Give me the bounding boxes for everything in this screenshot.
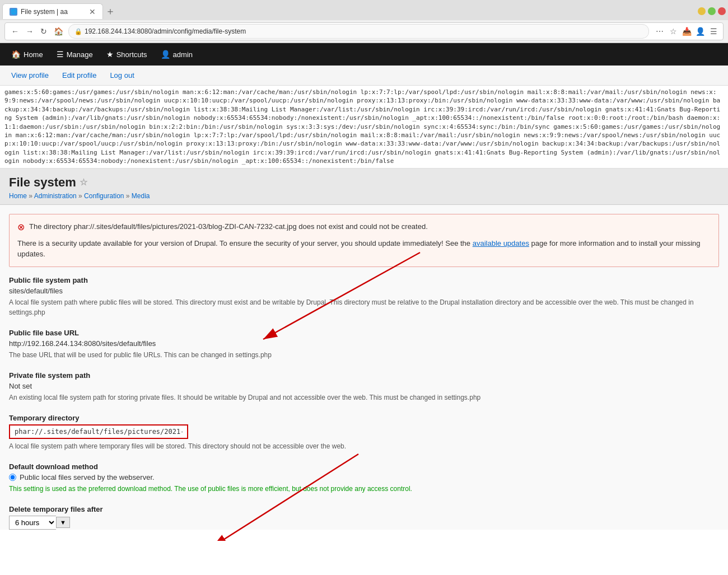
- private-path-field-group: Private file system path Not set An exis…: [9, 371, 719, 403]
- maximize-button[interactable]: [708, 7, 716, 15]
- url-text: 192.168.244.134:8080/admin/config/media/…: [85, 27, 246, 35]
- page-title-text: File system: [9, 175, 76, 190]
- hours-dropdown-arrow[interactable]: ▼: [56, 517, 70, 528]
- menu-icon[interactable]: ☰: [708, 26, 718, 36]
- public-path-field-group: Public file system path sites/default/fi…: [9, 276, 719, 317]
- page-header: File system ☆ Home » Administration » Co…: [0, 169, 728, 205]
- error-messages-box: ⊗ The directory phar://.sites/default/fi…: [9, 214, 719, 267]
- breadcrumb-media[interactable]: Media: [132, 192, 150, 200]
- hours-select[interactable]: 6 hours 12 hours 24 hours 48 hours: [9, 516, 56, 530]
- manage-nav-icon: ☰: [57, 50, 64, 59]
- tab-close-button[interactable]: ✕: [89, 8, 96, 16]
- breadcrumb-sep1: »: [29, 192, 34, 200]
- nav-admin-button[interactable]: 👤 admin: [154, 43, 199, 66]
- security-notice: There is a security update available for…: [17, 238, 711, 260]
- reload-button[interactable]: ↻: [39, 27, 49, 36]
- url-path: :8080/admin/config/media/file-system: [135, 27, 246, 35]
- log-text: games:x:5:60:games:/usr/games:/usr/sbin/…: [4, 88, 720, 165]
- nav-home-label: Home: [24, 50, 43, 59]
- nav-shortcuts-button[interactable]: ★ Shortcuts: [100, 43, 154, 66]
- private-path-label: Private file system path: [9, 371, 719, 380]
- breadcrumb-home[interactable]: Home: [9, 192, 27, 200]
- nav-manage-button[interactable]: ☰ Manage: [50, 43, 100, 66]
- user-menu-bar: View profile Edit profile Log out: [0, 66, 728, 86]
- temp-dir-label: Temporary directory: [9, 414, 719, 422]
- log-output: games:x:5:60:games:/usr/games:/usr/sbin/…: [0, 86, 728, 169]
- public-url-field-group: Public file base URL http://192.168.244.…: [9, 329, 719, 360]
- temp-dir-description: A local file system path where temporary…: [9, 441, 719, 451]
- browser-tab[interactable]: 🌐 File system | aa ✕: [2, 3, 103, 19]
- browser-chrome: 🌐 File system | aa ✕ ＋ ← → ↻ 🏠 🔒 192.168…: [0, 0, 728, 43]
- download-method-field-group: Default download method Public local fil…: [9, 462, 719, 494]
- breadcrumb-administration[interactable]: Administration: [34, 192, 77, 200]
- form-section: Public file system path sites/default/fi…: [0, 276, 728, 530]
- breadcrumb: Home » Administration » Configuration » …: [9, 192, 719, 200]
- page-title: File system ☆: [9, 175, 719, 190]
- user-nav-icon: 👤: [161, 50, 170, 59]
- bookmark-icon[interactable]: ☆: [668, 26, 678, 36]
- download-method-description: This setting is used as the preferred do…: [9, 484, 719, 494]
- public-url-label: Public file base URL: [9, 329, 719, 337]
- view-profile-link[interactable]: View profile: [4, 71, 55, 80]
- browser-toolbar-icons: ⋯ ☆ 📥 👤 ☰: [655, 26, 718, 36]
- firefox-sync-icon[interactable]: 👤: [695, 26, 705, 36]
- download-radio-text: Public local files served by the webserv…: [20, 473, 155, 481]
- home-nav-icon: 🏠: [11, 50, 21, 59]
- tab-bar: 🌐 File system | aa ✕ ＋: [0, 0, 728, 20]
- delete-temp-label: Delete temporary files after: [9, 505, 719, 513]
- url-input[interactable]: 🔒 192.168.244.134:8080/admin/config/medi…: [68, 24, 649, 39]
- minimize-button[interactable]: [698, 7, 706, 15]
- directory-error-text: The directory phar://.sites/default/file…: [29, 221, 428, 232]
- edit-profile-link[interactable]: Edit profile: [55, 71, 103, 80]
- lock-icon: 🔒: [74, 28, 82, 35]
- breadcrumb-sep3: »: [126, 192, 132, 200]
- window-controls: [698, 7, 726, 15]
- public-path-label: Public file system path: [9, 276, 719, 284]
- tab-title: File system | aa: [21, 8, 86, 16]
- nav-manage-label: Manage: [67, 50, 93, 59]
- download-radio-label[interactable]: Public local files served by the webserv…: [9, 473, 719, 481]
- address-bar: ← → ↻ 🏠 🔒 192.168.244.134:8080/admin/con…: [4, 22, 724, 40]
- nav-admin-label: admin: [173, 50, 193, 59]
- error-line: ⊗ The directory phar://.sites/default/fi…: [17, 221, 711, 233]
- bookmark-page-icon[interactable]: ☆: [80, 177, 87, 188]
- private-path-description: An existing local file system path for s…: [9, 392, 719, 403]
- close-button[interactable]: [718, 7, 726, 15]
- delete-temp-select-row: 6 hours 12 hours 24 hours 48 hours ▼: [9, 516, 719, 530]
- temp-dir-field-group: Temporary directory A local file system …: [9, 414, 719, 451]
- nav-shortcuts-label: Shortcuts: [116, 50, 147, 59]
- log-out-link[interactable]: Log out: [103, 71, 141, 80]
- breadcrumb-sep2: »: [78, 192, 84, 200]
- public-url-value: http://192.168.244.134:8080/sites/defaul…: [9, 339, 719, 348]
- available-updates-link[interactable]: available updates: [473, 239, 529, 247]
- nav-home-button[interactable]: 🏠 Home: [4, 43, 50, 66]
- public-url-description: The base URL that will be used for publi…: [9, 350, 719, 360]
- private-path-value: Not set: [9, 382, 719, 390]
- back-button[interactable]: ←: [10, 27, 21, 36]
- download-radio-input[interactable]: [9, 474, 16, 481]
- delete-temp-field-group: Delete temporary files after 6 hours 12 …: [9, 505, 719, 530]
- download-method-label: Default download method: [9, 462, 719, 471]
- new-tab-button[interactable]: ＋: [105, 4, 115, 18]
- public-path-value: sites/default/files: [9, 287, 719, 295]
- breadcrumb-configuration[interactable]: Configuration: [84, 192, 124, 200]
- forward-button[interactable]: →: [24, 27, 35, 36]
- page-content: File system ☆ Home » Administration » Co…: [0, 169, 728, 530]
- drupal-navbar: 🏠 Home ☰ Manage ★ Shortcuts 👤 admin: [0, 43, 728, 66]
- extensions-icon[interactable]: ⋯: [655, 26, 665, 36]
- home-button[interactable]: 🏠: [52, 27, 65, 36]
- error-icon: ⊗: [17, 221, 25, 233]
- star-nav-icon: ★: [106, 50, 114, 59]
- url-domain: 192.168.244.134: [85, 27, 135, 35]
- pocket-icon[interactable]: 📥: [682, 26, 692, 36]
- temp-dir-input[interactable]: [9, 424, 188, 439]
- tab-favicon: 🌐: [10, 8, 17, 16]
- public-path-description: A local file system path where public fi…: [9, 297, 719, 317]
